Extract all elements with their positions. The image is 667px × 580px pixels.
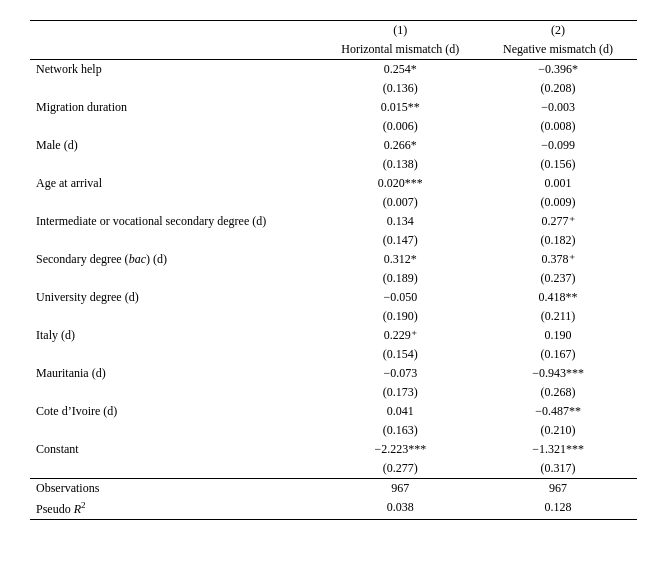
table-row-se: (0.163) (0.210) — [30, 421, 637, 440]
col1-coef: 0.312* — [321, 250, 479, 269]
table-row: Cote d’Ivoire (d) 0.041 −0.487** — [30, 402, 637, 421]
col2-header-line2: Negative mismatch (d) — [479, 40, 637, 60]
col1-se: (0.006) — [321, 117, 479, 136]
footer-col2-observations: 967 — [479, 479, 637, 499]
row-label-bac: Secondary degree (bac) (d) — [30, 250, 321, 269]
table-row: Migration duration 0.015** −0.003 — [30, 98, 637, 117]
col2-se: (0.008) — [479, 117, 637, 136]
col2-coef: −0.487** — [479, 402, 637, 421]
table-row-se: (0.138) (0.156) — [30, 155, 637, 174]
row-label: Age at arrival — [30, 174, 321, 193]
col1-coef: 0.134 — [321, 212, 479, 231]
col1-coef: −0.073 — [321, 364, 479, 383]
row-label: Migration duration — [30, 98, 321, 117]
col1-se: (0.154) — [321, 345, 479, 364]
col2-se: (0.208) — [479, 79, 637, 98]
col1-coef: −0.050 — [321, 288, 479, 307]
col2-se: (0.268) — [479, 383, 637, 402]
row-label-empty — [30, 459, 321, 479]
col1-header-line1: (1) — [321, 21, 479, 41]
col1-coef: 0.254* — [321, 60, 479, 80]
col2-se: (0.210) — [479, 421, 637, 440]
col1-se: (0.277) — [321, 459, 479, 479]
row-label-empty — [30, 269, 321, 288]
col1-se: (0.173) — [321, 383, 479, 402]
row-label: Italy (d) — [30, 326, 321, 345]
table-row-se: (0.190) (0.211) — [30, 307, 637, 326]
row-label-empty — [30, 79, 321, 98]
table-row: Age at arrival 0.020*** 0.001 — [30, 174, 637, 193]
col2-coef: 0.001 — [479, 174, 637, 193]
col1-coef: 0.229⁺ — [321, 326, 479, 345]
table-row: University degree (d) −0.050 0.418** — [30, 288, 637, 307]
col2-se: (0.237) — [479, 269, 637, 288]
col2-se: (0.009) — [479, 193, 637, 212]
row-label-empty — [30, 345, 321, 364]
row-label: Mauritania (d) — [30, 364, 321, 383]
table-row-se: (0.277) (0.317) — [30, 459, 637, 479]
col1-se: (0.007) — [321, 193, 479, 212]
row-label-text-after: ) (d) — [146, 252, 167, 266]
table-row: Intermediate or vocational secondary deg… — [30, 212, 637, 231]
row-label-text-before: Secondary degree ( — [36, 252, 129, 266]
table-row-se: (0.173) (0.268) — [30, 383, 637, 402]
table-row: Network help 0.254* −0.396* — [30, 60, 637, 80]
empty-subheader-cell — [30, 40, 321, 60]
row-label: Cote d’Ivoire (d) — [30, 402, 321, 421]
col1-coef: 0.020*** — [321, 174, 479, 193]
col1-header-line2: Horizontal mismatch (d) — [321, 40, 479, 60]
col2-coef: 0.190 — [479, 326, 637, 345]
table-row: Mauritania (d) −0.073 −0.943*** — [30, 364, 637, 383]
row-label-empty — [30, 421, 321, 440]
col2-se: (0.167) — [479, 345, 637, 364]
col2-coef: 0.418** — [479, 288, 637, 307]
footer-label-pseudo-r2: Pseudo R2 — [30, 498, 321, 520]
empty-header-cell — [30, 21, 321, 41]
row-label: University degree (d) — [30, 288, 321, 307]
table-row-se: (0.154) (0.167) — [30, 345, 637, 364]
table-row: Secondary degree (bac) (d) 0.312* 0.378⁺ — [30, 250, 637, 269]
row-label-empty — [30, 383, 321, 402]
footer-label-observations: Observations — [30, 479, 321, 499]
row-label-empty — [30, 307, 321, 326]
col1-se: (0.147) — [321, 231, 479, 250]
row-label-italic: bac — [129, 252, 146, 266]
col2-coef: −0.943*** — [479, 364, 637, 383]
col2-header-line1: (2) — [479, 21, 637, 41]
row-label-empty — [30, 117, 321, 136]
col2-se: (0.317) — [479, 459, 637, 479]
col1-se: (0.189) — [321, 269, 479, 288]
row-label-empty — [30, 155, 321, 174]
table-row: Constant −2.223*** −1.321*** — [30, 440, 637, 459]
row-label: Male (d) — [30, 136, 321, 155]
footer-col1-observations: 967 — [321, 479, 479, 499]
pseudo-r2-italic: R — [74, 502, 81, 516]
col1-coef: 0.041 — [321, 402, 479, 421]
col1-coef: 0.266* — [321, 136, 479, 155]
footer-col2-pseudo-r2: 0.128 — [479, 498, 637, 520]
col2-se: (0.182) — [479, 231, 637, 250]
col2-coef: 0.277⁺ — [479, 212, 637, 231]
table-row-se: (0.147) (0.182) — [30, 231, 637, 250]
col2-coef: −0.003 — [479, 98, 637, 117]
pseudo-r2-sup: 2 — [81, 500, 86, 510]
col2-coef: −1.321*** — [479, 440, 637, 459]
col2-se: (0.156) — [479, 155, 637, 174]
col1-se: (0.190) — [321, 307, 479, 326]
table-row-se: (0.006) (0.008) — [30, 117, 637, 136]
col2-coef: −0.099 — [479, 136, 637, 155]
footer-row-observations: Observations 967 967 — [30, 479, 637, 499]
table-row-se: (0.136) (0.208) — [30, 79, 637, 98]
col2-coef: 0.378⁺ — [479, 250, 637, 269]
footer-row-pseudo-r2: Pseudo R2 0.038 0.128 — [30, 498, 637, 520]
col1-coef: −2.223*** — [321, 440, 479, 459]
row-label: Network help — [30, 60, 321, 80]
col2-coef: −0.396* — [479, 60, 637, 80]
table-row: Italy (d) 0.229⁺ 0.190 — [30, 326, 637, 345]
pseudo-r2-text: Pseudo — [36, 502, 74, 516]
footer-col1-pseudo-r2: 0.038 — [321, 498, 479, 520]
col1-se: (0.163) — [321, 421, 479, 440]
col2-se: (0.211) — [479, 307, 637, 326]
table-row: Male (d) 0.266* −0.099 — [30, 136, 637, 155]
table-row-se: (0.007) (0.009) — [30, 193, 637, 212]
